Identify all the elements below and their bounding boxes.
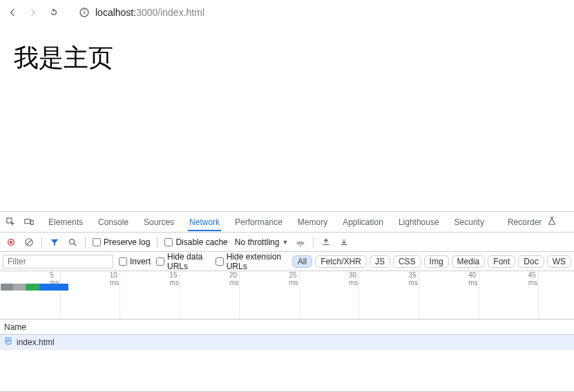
network-toolbar: Preserve log Disable cache No throttling… (0, 233, 574, 252)
network-filter-bar: Invert Hide data URLs Hide extension URL… (0, 252, 574, 271)
resource-type-filter: AllFetch/XHRJSCSSImgMediaFontDocWS (292, 255, 571, 268)
resource-filter-fetch-xhr[interactable]: Fetch/XHR (315, 255, 367, 268)
svg-line-8 (27, 239, 32, 244)
tab-elements[interactable]: Elements (47, 213, 84, 231)
device-toolbar-icon[interactable] (23, 217, 35, 228)
resource-filter-ws[interactable]: WS (547, 255, 571, 268)
recorder-label[interactable]: Recorder (508, 217, 542, 227)
tab-console[interactable]: Console (97, 213, 130, 231)
record-button[interactable] (6, 237, 17, 248)
timeline-tick: 30 ms (349, 271, 358, 286)
disable-cache-checkbox[interactable]: Disable cache (164, 237, 227, 247)
invert-checkbox[interactable]: Invert (119, 257, 151, 266)
flask-icon (547, 216, 557, 228)
timeline-tick: 15 ms (169, 271, 178, 286)
tab-sources[interactable]: Sources (142, 213, 175, 231)
devtools-trailing: Recorder (508, 216, 557, 228)
timeline-tick: 25 ms (289, 271, 298, 286)
svg-rect-3 (25, 219, 30, 223)
reload-icon (48, 7, 59, 18)
search-icon[interactable] (67, 237, 78, 248)
browser-navbar: localhost:3000/index.html (0, 0, 574, 25)
network-overview[interactable]: 5 ms10 ms15 ms20 ms25 ms30 ms35 ms40 ms4… (0, 271, 574, 320)
arrow-left-icon (7, 7, 18, 18)
timeline-tick: 45 ms (528, 271, 537, 286)
tab-lighthouse[interactable]: Lighthouse (397, 213, 441, 231)
page-title: 我是主页 (14, 41, 560, 75)
url-host: localhost:3000/index.html (95, 7, 204, 18)
table-header[interactable]: Name (0, 320, 574, 335)
webpage-content: 我是主页 (0, 25, 574, 211)
tab-application[interactable]: Application (341, 213, 385, 231)
timeline-tick: 35 ms (409, 271, 418, 286)
resource-filter-css[interactable]: CSS (393, 255, 421, 268)
site-info-icon[interactable] (79, 7, 90, 18)
request-name: index.html (17, 337, 55, 347)
svg-rect-4 (31, 220, 34, 224)
throttling-select[interactable]: No throttling ▼ (235, 237, 289, 247)
import-har-icon[interactable] (321, 237, 332, 248)
column-name: Name (4, 322, 26, 332)
arrow-right-icon (28, 7, 39, 18)
network-conditions-icon[interactable] (295, 237, 306, 248)
caret-down-icon: ▼ (282, 239, 288, 246)
resource-filter-font[interactable]: Font (488, 255, 515, 268)
timeline-tick: 20 ms (229, 271, 238, 286)
export-har-icon[interactable] (338, 237, 350, 248)
inspect-element-icon[interactable] (6, 217, 17, 228)
clear-button[interactable] (23, 237, 35, 248)
table-row[interactable]: index.html (0, 335, 574, 350)
devtools-panel: ElementsConsoleSourcesNetworkPerformance… (0, 211, 574, 392)
resource-filter-js[interactable]: JS (370, 255, 390, 268)
svg-line-10 (74, 243, 77, 246)
filter-icon[interactable] (49, 237, 60, 248)
tab-memory[interactable]: Memory (296, 213, 329, 231)
network-request-table: Name index.html (0, 320, 574, 392)
tab-security[interactable]: Security (453, 213, 486, 231)
reload-button[interactable] (47, 6, 61, 19)
svg-rect-1 (84, 11, 84, 14)
svg-point-9 (70, 239, 75, 244)
document-icon (4, 337, 12, 347)
preserve-log-checkbox[interactable]: Preserve log (93, 237, 150, 247)
timeline-tick: 40 ms (468, 271, 477, 286)
filter-input[interactable] (3, 255, 113, 268)
devtools-tabbar: ElementsConsoleSourcesNetworkPerformance… (0, 212, 574, 233)
devtools-leading-controls (6, 217, 35, 228)
address-bar[interactable]: localhost:3000/index.html (72, 4, 568, 21)
resource-filter-img[interactable]: Img (424, 255, 449, 268)
svg-rect-2 (84, 10, 84, 10)
resource-filter-all[interactable]: All (292, 255, 312, 268)
hide-data-urls-checkbox[interactable]: Hide data URLs (156, 252, 210, 271)
svg-rect-6 (10, 241, 12, 244)
tab-performance[interactable]: Performance (233, 213, 284, 231)
resource-filter-media[interactable]: Media (452, 255, 486, 268)
svg-point-11 (300, 245, 302, 246)
resource-filter-doc[interactable]: Doc (518, 255, 544, 268)
tab-network[interactable]: Network (188, 213, 221, 231)
back-button[interactable] (6, 6, 19, 19)
hide-extension-urls-checkbox[interactable]: Hide extension URLs (216, 252, 284, 271)
timeline-tick: 10 ms (110, 271, 119, 286)
forward-button[interactable] (26, 6, 40, 19)
